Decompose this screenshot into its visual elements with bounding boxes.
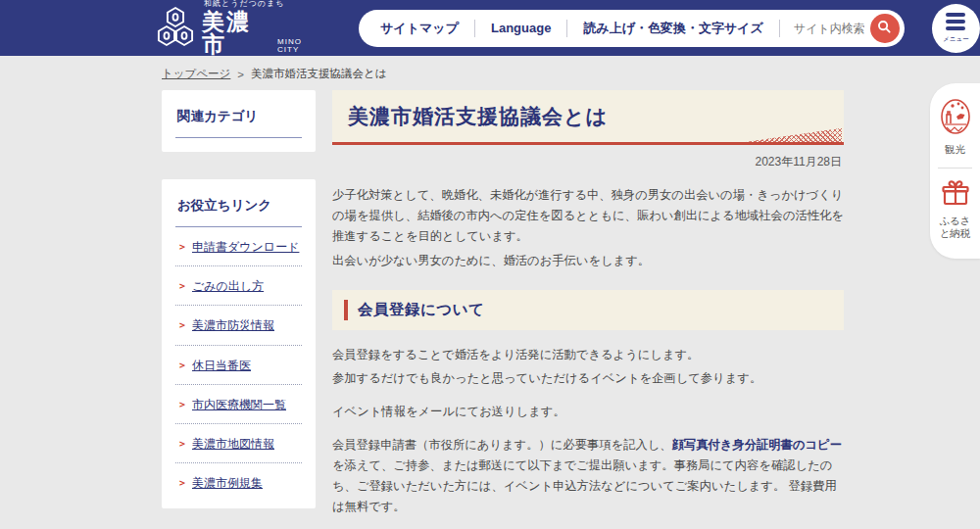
breadcrumb-home-link[interactable]: トップページ: [162, 67, 230, 81]
section-heading-membership: 会員登録について: [332, 290, 844, 330]
menu-button-label: メニュー: [943, 35, 968, 44]
chevron-right-icon: ＞: [177, 436, 187, 451]
sidebar-link-regulations[interactable]: ＞ 美濃市例規集: [175, 463, 302, 495]
tourism-emblem-icon: [939, 121, 972, 138]
nav-sitemap[interactable]: サイトマップ: [380, 20, 474, 37]
nav-accessibility[interactable]: 読み上げ・色変換・文字サイズ: [567, 20, 779, 37]
search-icon: [877, 20, 892, 37]
chevron-right-icon: ＞: [177, 397, 187, 411]
intro-paragraph: 少子化対策として、晩婚化、未婚化が進行する中、独身の男女の出会いの場・きっかけづ…: [332, 185, 844, 247]
content-area: 関連カテゴリ お役立ちリンク ＞ 申請書ダウンロード ＞ ごみの出し方 ＞ 美濃…: [0, 90, 980, 529]
header-nav: サイトマップ Language 読み上げ・色変換・文字サイズ: [359, 10, 905, 47]
city-emblem-icon: [157, 6, 194, 51]
body-paragraph: 会員登録をすることで婚活をより活発に活動できるようにします。: [332, 345, 844, 365]
chevron-right-icon: ＞: [177, 358, 187, 372]
logo-city-name-en: MINO CITY: [277, 38, 325, 56]
related-category-box: 関連カテゴリ: [162, 90, 316, 152]
logo-tagline: 和紙とうだつのまち: [204, 0, 325, 8]
useful-links-title: お役立ちリンク: [175, 195, 302, 227]
menu-button[interactable]: メニュー: [932, 4, 980, 53]
site-search-input[interactable]: [780, 22, 870, 35]
breadcrumb: トップページ > 美濃市婚活支援協議会とは: [0, 56, 980, 90]
sidebar-link-disaster[interactable]: ＞ 美濃市防災情報: [175, 306, 302, 345]
intro-paragraph: 出会いが少ない男女のために、婚活のお手伝いをします。: [332, 251, 844, 271]
body-paragraph: 参加するだけでも良かったと思っていただけるイベントを企画して参ります。: [332, 368, 844, 389]
furusato-tax-link[interactable]: ふるさ と納税: [935, 179, 975, 241]
sidebar-link-download[interactable]: ＞ 申請書ダウンロード: [175, 227, 302, 266]
related-category-title: 関連カテゴリ: [175, 106, 302, 138]
hamburger-icon: [946, 13, 965, 17]
article-date: 2023年11月28日: [334, 154, 842, 170]
page-title: 美濃市婚活支援協議会とは: [348, 103, 828, 130]
sidebar-link-map[interactable]: ＞ 美濃市地図情報: [175, 424, 302, 463]
floating-side-tab: 観光 ふるさ と納税: [930, 83, 980, 259]
main-article: 美濃市婚活支援協議会とは 2023年11月28日 少子化対策として、晩婚化、未婚…: [332, 90, 844, 529]
sidebar-link-garbage[interactable]: ＞ ごみの出し方: [175, 266, 302, 306]
body-paragraph-application: 会員登録申請書（市役所にあります。）に必要事項を記入し、顔写真付き身分証明書のコ…: [332, 435, 844, 517]
tourism-link[interactable]: 観光: [935, 98, 975, 157]
useful-links-list: ＞ 申請書ダウンロード ＞ ごみの出し方 ＞ 美濃市防災情報 ＞ 休日当番医 ＞: [175, 227, 302, 495]
logo-city-name: 美濃市: [202, 11, 273, 56]
id-copy-emphasis: 顔写真付き身分証明書のコピー: [672, 438, 842, 452]
gift-icon: [941, 193, 970, 210]
sidebar-link-medical-list[interactable]: ＞ 市内医療機関一覧: [175, 385, 302, 424]
sidebar: 関連カテゴリ お役立ちリンク ＞ 申請書ダウンロード ＞ ごみの出し方 ＞ 美濃…: [162, 90, 316, 508]
tourism-label: 観光: [935, 143, 975, 157]
nav-language[interactable]: Language: [475, 21, 566, 35]
breadcrumb-separator: >: [237, 69, 244, 80]
side-tab-divider: [938, 168, 972, 168]
chevron-right-icon: ＞: [177, 475, 187, 490]
search-button[interactable]: [870, 14, 900, 43]
chevron-right-icon: ＞: [177, 239, 187, 254]
site-logo[interactable]: 和紙とうだつのまち 美濃市 MINO CITY: [157, 0, 325, 56]
page-title-box: 美濃市婚活支援協議会とは: [332, 90, 844, 145]
breadcrumb-current-page: 美濃市婚活支援協議会とは: [251, 67, 387, 81]
chevron-right-icon: ＞: [177, 317, 187, 332]
body-paragraph: イベント情報をメールにてお送りします。: [332, 402, 844, 422]
chevron-right-icon: ＞: [177, 278, 187, 293]
site-header: 和紙とうだつのまち 美濃市 MINO CITY サイトマップ Language …: [0, 0, 980, 56]
useful-links-box: お役立ちリンク ＞ 申請書ダウンロード ＞ ごみの出し方 ＞ 美濃市防災情報 ＞…: [162, 179, 316, 508]
sidebar-link-holiday-doctor[interactable]: ＞ 休日当番医: [175, 346, 302, 385]
furusato-tax-label: ふるさ と納税: [935, 215, 975, 241]
